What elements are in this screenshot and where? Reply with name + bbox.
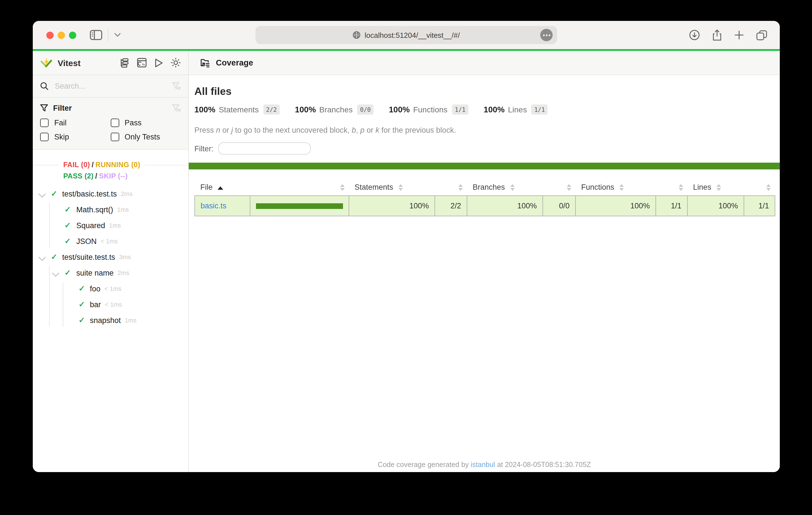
fraction-badge: 2/2 <box>263 104 280 115</box>
test-tree-view-icon[interactable] <box>119 58 129 68</box>
search-input[interactable] <box>54 81 172 91</box>
sorter-icon[interactable] <box>678 184 683 191</box>
tree-item-suite[interactable]: ✓ suite name 2ms <box>33 265 188 281</box>
chevron-down-icon[interactable] <box>38 253 46 261</box>
column-lines-raw[interactable] <box>744 180 775 196</box>
run-all-tests-icon[interactable] <box>154 58 163 67</box>
metric-statements: 100% Statements 2/2 <box>194 104 280 115</box>
coverage-metrics: 100% Statements 2/2 100% Branches 0/0 10… <box>194 104 774 115</box>
check-icon: ✓ <box>51 189 57 198</box>
filter-title: Filter <box>53 103 72 112</box>
column-statements[interactable]: Statements <box>349 180 435 196</box>
sorter-icon[interactable] <box>567 184 571 191</box>
clear-search-filter-icon[interactable] <box>172 82 181 90</box>
sort-ascending-icon <box>218 186 224 190</box>
lines-pct-cell: 100% <box>688 196 744 216</box>
pass-count: PASS (2) <box>63 172 93 180</box>
file-link[interactable]: basic.ts <box>201 202 227 210</box>
filter-option-skip[interactable]: Skip <box>40 133 111 141</box>
tree-item-file[interactable]: ✓ test/basic.test.ts 2ms <box>33 186 188 202</box>
coverage-filter-label: Filter: <box>194 144 213 153</box>
checkbox-only-tests[interactable] <box>111 133 119 141</box>
toolbar-divider <box>108 29 109 41</box>
tree-item-test[interactable]: ✓ Math.sqrt() 1ms <box>33 202 188 217</box>
sidebar-toggle-icon[interactable] <box>90 30 102 40</box>
navigation-panel: Vitest <box>33 51 189 472</box>
check-icon: ✓ <box>64 205 71 214</box>
coverage-bar <box>256 203 343 209</box>
sorter-icon[interactable] <box>398 184 403 191</box>
coverage-table-wrap: File Statements <box>189 170 780 216</box>
column-functions[interactable]: Functions <box>576 180 656 196</box>
sorter-icon[interactable] <box>340 184 344 191</box>
filter-option-fail[interactable]: Fail <box>40 119 111 127</box>
filter-option-pass[interactable]: Pass <box>111 119 181 127</box>
browser-titlebar: localhost:51204/__vitest__/#/ <box>33 21 780 49</box>
chevron-down-icon[interactable] <box>114 33 121 37</box>
column-file[interactable]: File <box>195 180 250 196</box>
tab-overview-icon[interactable] <box>756 30 767 40</box>
app-title: Vitest <box>58 58 81 67</box>
coverage-filter-input[interactable] <box>218 142 311 155</box>
column-branches-raw[interactable] <box>543 180 576 196</box>
check-icon: ✓ <box>79 315 85 325</box>
vitest-ui: Vitest <box>33 51 780 472</box>
toolbar-left <box>90 21 121 49</box>
tree-item-test[interactable]: ✓ Squared 1ms <box>33 217 188 233</box>
coverage-header: Coverage <box>189 51 780 75</box>
dashboard-view-icon[interactable] <box>137 58 147 68</box>
chevron-down-icon[interactable] <box>52 269 59 276</box>
check-icon: ✓ <box>79 300 85 309</box>
table-row: basic.ts 100% 2/2 100% <box>195 196 775 216</box>
column-statements-raw[interactable] <box>435 180 467 196</box>
sorter-icon[interactable] <box>458 184 463 191</box>
checkbox-pass[interactable] <box>111 119 119 127</box>
filter-option-only-tests[interactable]: Only Tests <box>111 133 181 141</box>
downloads-icon[interactable] <box>689 29 700 41</box>
tree-item-test[interactable]: ✓ foo < 1ms <box>33 281 188 297</box>
toolbar-right <box>689 21 767 49</box>
page-title: All files <box>194 85 774 98</box>
tree-item-test[interactable]: ✓ snapshot 1ms <box>33 312 188 328</box>
clear-filters-icon[interactable] <box>172 103 181 112</box>
istanbul-link[interactable]: istanbul <box>471 461 495 469</box>
share-icon[interactable] <box>712 29 722 41</box>
chevron-down-icon[interactable] <box>38 190 46 198</box>
sorter-icon[interactable] <box>510 184 515 191</box>
coverage-table: File Statements <box>194 180 775 216</box>
tree-item-test[interactable]: ✓ bar < 1ms <box>33 297 188 312</box>
sorter-icon[interactable] <box>717 184 721 191</box>
coverage-progress-bar <box>189 163 780 170</box>
close-window-button[interactable] <box>46 32 54 39</box>
test-tree: ✓ test/basic.test.ts 2ms ✓ Math.sqrt() 1… <box>33 186 188 472</box>
coverage-filter-row: Filter: <box>194 142 774 155</box>
coverage-footer: Code coverage generated by istanbul at 2… <box>189 461 780 469</box>
coverage-title: Coverage <box>216 58 253 67</box>
metric-branches: 100% Branches 0/0 <box>295 104 374 115</box>
page-settings-icon[interactable] <box>540 29 553 41</box>
tree-item-test[interactable]: ✓ JSON < 1ms <box>33 233 188 249</box>
column-lines[interactable]: Lines <box>688 180 744 196</box>
new-tab-icon[interactable] <box>734 30 744 40</box>
search-bar <box>33 75 188 98</box>
column-chart[interactable] <box>250 180 349 196</box>
fraction-badge: 1/1 <box>531 104 548 115</box>
check-icon: ✓ <box>51 252 57 261</box>
minimize-window-button[interactable] <box>58 32 65 39</box>
sorter-icon[interactable] <box>619 184 624 191</box>
theme-toggle-icon[interactable] <box>171 58 181 68</box>
tree-item-file[interactable]: ✓ test/suite.test.ts 3ms <box>33 249 188 265</box>
column-branches[interactable]: Branches <box>467 180 543 196</box>
window-controls <box>46 32 76 39</box>
metric-lines: 100% Lines 1/1 <box>484 104 548 115</box>
checkbox-fail[interactable] <box>40 119 49 127</box>
branches-pct-cell: 100% <box>467 196 543 216</box>
address-bar[interactable]: localhost:51204/__vitest__/#/ <box>255 26 557 44</box>
statements-frac-cell: 2/2 <box>435 196 467 216</box>
coverage-bar-fill <box>256 203 343 209</box>
column-functions-raw[interactable] <box>656 180 688 196</box>
sorter-icon[interactable] <box>766 184 771 191</box>
zoom-window-button[interactable] <box>69 32 76 39</box>
checkbox-skip[interactable] <box>40 133 49 141</box>
vitest-logo-icon <box>40 57 53 69</box>
